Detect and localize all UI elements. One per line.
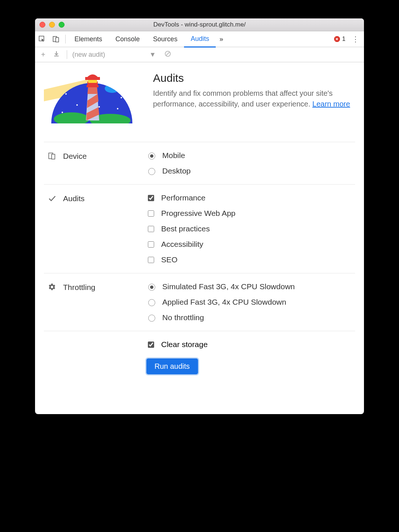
- devtools-window: DevTools - wind-sprout.glitch.me/ Elemen…: [35, 18, 364, 414]
- cb-performance-label: Performance: [161, 193, 205, 202]
- svg-point-8: [76, 104, 78, 106]
- svg-point-16: [54, 112, 89, 126]
- radio-mobile-label: Mobile: [162, 151, 185, 160]
- radio-sim-label: Simulated Fast 3G, 4x CPU Slowdown: [162, 282, 295, 291]
- svg-point-12: [62, 112, 63, 113]
- svg-rect-23: [52, 154, 55, 159]
- device-label: Device: [63, 152, 87, 161]
- cb-performance[interactable]: [148, 195, 154, 201]
- page-title: Audits: [153, 72, 355, 84]
- audit-option-best[interactable]: Best practices: [146, 224, 351, 233]
- radio-app[interactable]: [148, 299, 155, 306]
- add-icon[interactable]: +: [38, 50, 48, 59]
- audit-selector-label: (new audit): [72, 51, 105, 59]
- audits-panel: Audits Identify and fix common problems …: [35, 62, 364, 389]
- tab-sources[interactable]: Sources: [146, 31, 184, 47]
- hero-text: Audits Identify and fix common problems …: [153, 72, 355, 131]
- radio-mobile[interactable]: [148, 153, 155, 160]
- devtools-tabstrip: Elements Console Sources Audits » ✕ 1 ⋮: [35, 31, 364, 47]
- audit-option-performance[interactable]: Performance: [146, 193, 351, 202]
- audit-selector[interactable]: (new audit) ▼: [72, 51, 156, 59]
- device-option-mobile[interactable]: Mobile: [146, 151, 351, 160]
- cb-a11y[interactable]: [148, 241, 154, 248]
- cb-pwa-label: Progressive Web App: [161, 209, 236, 218]
- svg-point-13: [121, 97, 122, 98]
- throttle-option-none[interactable]: No throttling: [146, 313, 351, 322]
- cb-best-label: Best practices: [161, 224, 210, 233]
- radio-none[interactable]: [148, 315, 155, 322]
- hero: Audits Identify and fix common problems …: [44, 72, 355, 131]
- device-option-desktop[interactable]: Desktop: [146, 167, 351, 175]
- audit-option-a11y[interactable]: Accessibility: [146, 240, 351, 249]
- svg-rect-21: [85, 77, 100, 80]
- error-badge[interactable]: ✕ 1: [334, 35, 346, 43]
- tab-audits[interactable]: Audits: [184, 31, 216, 48]
- cb-seo[interactable]: [148, 257, 154, 263]
- run-audits-button[interactable]: Run audits: [146, 358, 198, 374]
- throttle-option-sim[interactable]: Simulated Fast 3G, 4x CPU Slowdown: [146, 282, 351, 291]
- block-icon[interactable]: [163, 50, 173, 59]
- audits-toolbar: + (new audit) ▼: [35, 47, 364, 62]
- cb-clear-storage[interactable]: [148, 342, 154, 348]
- learn-more-link[interactable]: Learn more: [312, 100, 350, 108]
- chevron-down-icon: ▼: [149, 51, 156, 59]
- audit-option-pwa[interactable]: Progressive Web App: [146, 209, 351, 218]
- separator: [65, 35, 66, 43]
- audits-label: Audits: [63, 194, 84, 203]
- inspect-icon[interactable]: [35, 31, 49, 47]
- window-title: DevTools - wind-sprout.glitch.me/: [35, 21, 364, 28]
- svg-line-4: [166, 52, 170, 56]
- clear-storage-option[interactable]: Clear storage: [146, 340, 208, 349]
- radio-none-label: No throttling: [162, 313, 204, 322]
- device-icon: [48, 152, 56, 162]
- svg-point-14: [98, 106, 100, 108]
- section-audits: Audits Performance Progressive Web App B…: [44, 184, 355, 273]
- device-toggle-icon[interactable]: [49, 31, 63, 47]
- throttling-label: Throttling: [63, 283, 96, 292]
- cb-best[interactable]: [148, 226, 154, 232]
- lighthouse-illustration: [44, 72, 140, 131]
- cb-pwa[interactable]: [148, 210, 154, 217]
- tab-console[interactable]: Console: [109, 31, 146, 47]
- minimize-icon[interactable]: [49, 22, 55, 28]
- section-throttling: Throttling Simulated Fast 3G, 4x CPU Slo…: [44, 273, 355, 331]
- section-bottom: Clear storage Run audits: [44, 331, 355, 378]
- svg-rect-19: [87, 85, 98, 87]
- cb-a11y-label: Accessibility: [161, 240, 203, 249]
- cb-seo-label: SEO: [161, 255, 177, 264]
- error-icon: ✕: [334, 36, 340, 42]
- check-icon: [48, 194, 56, 204]
- more-tabs-icon[interactable]: »: [216, 35, 227, 43]
- separator: [67, 50, 67, 59]
- hero-description: Identify and fix common problems that af…: [153, 89, 333, 108]
- audit-option-seo[interactable]: SEO: [146, 255, 351, 264]
- svg-point-7: [65, 93, 67, 95]
- gear-icon: [48, 283, 56, 293]
- tab-elements[interactable]: Elements: [68, 31, 109, 47]
- radio-desktop-label: Desktop: [162, 167, 191, 175]
- error-count: 1: [342, 35, 346, 43]
- radio-app-label: Applied Fast 3G, 4x CPU Slowdown: [162, 298, 286, 307]
- cb-clear-storage-label: Clear storage: [161, 340, 208, 349]
- svg-point-10: [117, 108, 118, 109]
- titlebar: DevTools - wind-sprout.glitch.me/: [35, 18, 364, 31]
- svg-rect-2: [56, 38, 59, 42]
- menu-icon[interactable]: ⋮: [349, 35, 362, 43]
- maximize-icon[interactable]: [59, 22, 65, 28]
- svg-rect-0: [39, 36, 44, 41]
- radio-desktop[interactable]: [148, 168, 155, 175]
- throttle-option-app[interactable]: Applied Fast 3G, 4x CPU Slowdown: [146, 298, 351, 307]
- close-icon[interactable]: [39, 22, 45, 28]
- download-icon[interactable]: [51, 50, 62, 59]
- traffic-lights: [39, 22, 65, 28]
- svg-point-15: [105, 84, 119, 93]
- radio-sim[interactable]: [148, 284, 155, 291]
- section-device: Device Mobile Desktop: [44, 142, 355, 184]
